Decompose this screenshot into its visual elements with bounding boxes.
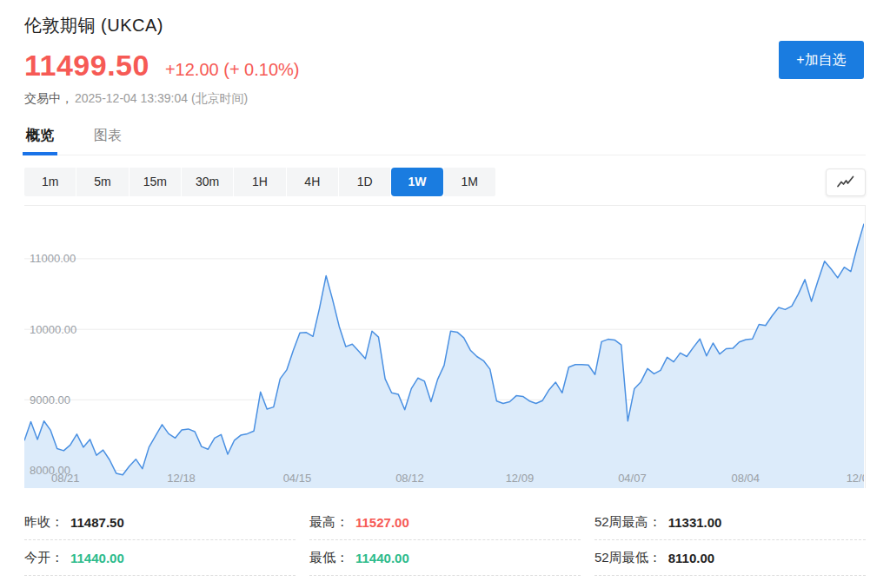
stat-prev-close-label: 昨收： [24, 514, 63, 531]
tab-chart[interactable]: 图表 [92, 127, 123, 155]
line-chart-icon [836, 175, 855, 188]
stats-column: 最高：11527.00最低：11440.00 [309, 505, 581, 576]
stat-high: 最高：11527.00 [309, 505, 581, 540]
stat-high-value: 11527.00 [355, 515, 409, 530]
stats-column: 52周最高：11331.0052周最低：8110.00 [594, 505, 866, 576]
price-chart-canvas: 11000.0010000.009000.008000.0008/2112/18… [24, 206, 864, 488]
period-button-1h[interactable]: 1H [234, 168, 285, 196]
stat-high-label: 最高： [309, 514, 349, 531]
stat-low-value: 11440.00 [355, 551, 409, 565]
period-selector: 1m5m15m30m1H4H1D1W1M [24, 168, 495, 196]
stat-52wk-low-label: 52周最低： [594, 550, 661, 566]
trading-status: 交易中， [24, 91, 73, 105]
period-button-1m[interactable]: 1M [444, 168, 495, 196]
period-button-30m[interactable]: 30m [182, 168, 233, 196]
y-axis-label-10000: 10000.00 [30, 323, 76, 336]
x-axis-label-08-12: 08/12 [395, 472, 424, 485]
stat-low: 最低：11440.00 [309, 540, 581, 576]
x-axis-label-04-15: 04/15 [283, 472, 312, 485]
stat-open-label: 今开： [24, 550, 63, 566]
stat-52wk-high: 52周最高：11331.00 [594, 505, 866, 540]
tab-overview[interactable]: 概览 [24, 127, 56, 155]
stat-open-value: 11440.00 [70, 551, 124, 565]
period-button-5m[interactable]: 5m [76, 168, 128, 196]
y-axis-label-9000: 9000.00 [30, 393, 70, 406]
x-axis-label-12-0: 12/0 [847, 472, 864, 485]
current-price: 11499.50 [24, 49, 149, 83]
price-change: +12.00 (+ 0.10%) [165, 60, 300, 80]
period-button-15m[interactable]: 15m [130, 168, 181, 196]
x-axis-label-12-09: 12/09 [506, 472, 535, 485]
stats-column: 昨收：11487.50今开：11440.00 [24, 505, 296, 576]
period-button-1w[interactable]: 1W [391, 168, 442, 196]
stat-low-label: 最低： [309, 550, 349, 566]
y-axis-label-11000: 11000.00 [30, 252, 76, 265]
view-tabs: 概览图表 [24, 127, 866, 155]
x-axis-label-04-07: 04/07 [618, 472, 647, 485]
chart-type-button[interactable] [826, 168, 866, 196]
price-row: 11499.50 +12.00 (+ 0.10%) [24, 49, 866, 83]
period-button-4h[interactable]: 4H [287, 168, 338, 196]
stat-prev-close-value: 11487.50 [70, 515, 124, 530]
x-axis-label-08-04: 08/04 [732, 472, 760, 485]
stat-52wk-high-label: 52周最高： [594, 514, 661, 531]
add-watchlist-button[interactable]: +加自选 [779, 41, 864, 79]
x-axis-label-08-21: 08/21 [51, 472, 80, 485]
chart-toolbar: 1m5m15m30m1H4H1D1W1M [24, 168, 866, 196]
stat-52wk-high-value: 11331.00 [668, 515, 722, 530]
price-area-fill [24, 224, 864, 488]
stat-52wk-low: 52周最低：8110.00 [594, 540, 866, 576]
period-button-1d[interactable]: 1D [339, 168, 390, 196]
quote-page: 伦敦期铜 (UKCA) +加自选 11499.50 +12.00 (+ 0.10… [0, 0, 890, 588]
price-chart[interactable]: 11000.0010000.009000.008000.0008/2112/18… [24, 205, 866, 488]
stat-prev-close: 昨收：11487.50 [24, 505, 296, 540]
x-axis-label-12-18: 12/18 [167, 472, 196, 485]
period-button-1m[interactable]: 1m [24, 168, 76, 196]
instrument-title: 伦敦期铜 (UKCA) [24, 14, 866, 37]
quote-timestamp: 2025-12-04 13:39:04 (北京时间) [75, 91, 248, 105]
stat-52wk-low-value: 8110.00 [668, 551, 714, 565]
stat-open: 今开：11440.00 [24, 540, 296, 576]
stats-grid: 昨收：11487.50今开：11440.00最高：11527.00最低：1144… [24, 505, 866, 576]
status-row: 交易中，2025-12-04 13:39:04 (北京时间) [24, 91, 866, 107]
